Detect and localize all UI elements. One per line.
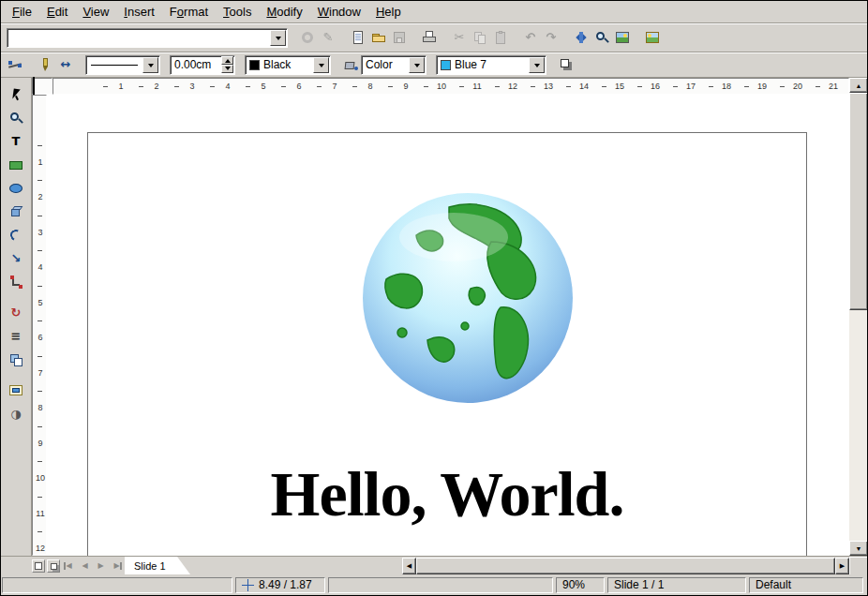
- status-position-field: 8.49 / 1.87: [235, 577, 325, 593]
- arrange-tool-button[interactable]: [6, 350, 26, 370]
- down-arrow-icon: ▼: [856, 545, 862, 552]
- menu-window[interactable]: Window: [310, 2, 368, 22]
- line-style-select[interactable]: [85, 55, 160, 75]
- text-tool-icon: T: [8, 134, 23, 149]
- line-width-spinner[interactable]: 0.00cm: [170, 55, 235, 75]
- menu-view[interactable]: View: [75, 2, 116, 22]
- scroll-up-button[interactable]: ▲: [849, 78, 868, 93]
- load-url-combo[interactable]: [7, 28, 288, 48]
- shadow-button[interactable]: [556, 54, 576, 75]
- fill-color-select[interactable]: Blue 7: [436, 55, 546, 75]
- fill-color-value[interactable]: Blue 7: [451, 58, 529, 71]
- horizontal-scrollbar[interactable]: ◀ ▶: [402, 558, 849, 574]
- menu-modify[interactable]: Modify: [259, 2, 309, 22]
- fill-style-select[interactable]: Color: [361, 55, 427, 75]
- ruler-tick: [780, 86, 785, 87]
- objects-3d-tool-button[interactable]: [6, 201, 26, 222]
- zoom-button[interactable]: [591, 27, 612, 48]
- print-button[interactable]: [419, 27, 440, 48]
- rectangle-tool-button[interactable]: [6, 155, 26, 175]
- main-toolbar: T↘↻≡◑: [1, 78, 32, 556]
- ruler-tick: [37, 531, 42, 532]
- spin-down-button[interactable]: [221, 65, 233, 73]
- open-document-button[interactable]: [368, 27, 389, 48]
- new-document-button[interactable]: [348, 27, 368, 48]
- rotate-tool-button[interactable]: ↻: [6, 303, 26, 323]
- ruler-tick: [388, 86, 393, 87]
- edit-points-button[interactable]: [5, 54, 25, 75]
- menubar: FileEditViewInsertFormatToolsModifyWindo…: [1, 1, 867, 23]
- ruler-number: 7: [35, 369, 46, 378]
- globe-image[interactable]: [360, 190, 576, 406]
- edit-file-button: ✎: [318, 27, 338, 48]
- menu-insert[interactable]: Insert: [116, 2, 162, 22]
- toolbar-gap: [25, 54, 35, 75]
- ruler-number: 1: [115, 82, 127, 91]
- select-tool-button[interactable]: [6, 84, 26, 105]
- chevron-down-icon[interactable]: [409, 57, 425, 73]
- insert-graphics-button[interactable]: [642, 27, 663, 48]
- right-arrow-icon: ▶: [840, 562, 845, 570]
- arrow-style-button[interactable]: ↔: [55, 54, 76, 75]
- chevron-down-icon[interactable]: [270, 30, 286, 46]
- drawing-canvas[interactable]: Hello, World.: [47, 95, 849, 556]
- chevron-down-icon[interactable]: [142, 57, 158, 73]
- ruler-number: 2: [151, 82, 162, 91]
- line-dialog-button[interactable]: [35, 54, 55, 75]
- previous-slide-button: ◀: [77, 558, 93, 574]
- insert-tool-button[interactable]: [6, 380, 26, 401]
- vertical-scroll-thumb[interactable]: [849, 93, 868, 310]
- vertical-ruler[interactable]: 123456789101112: [32, 95, 47, 556]
- rotate-tool-icon: ↻: [8, 305, 23, 320]
- curve-tool-button[interactable]: [6, 225, 26, 246]
- status-zoom-field[interactable]: 90%: [556, 577, 605, 593]
- cursor-position-icon: [242, 579, 254, 591]
- status-slide-field: Slide 1 / 1: [607, 577, 746, 593]
- line-width-value[interactable]: 0.00cm: [171, 58, 221, 71]
- slide-title-text[interactable]: Hello, World.: [88, 457, 806, 531]
- scroll-right-button[interactable]: ▶: [835, 558, 849, 574]
- area-dialog-button[interactable]: [340, 54, 361, 75]
- slide-page[interactable]: Hello, World.: [87, 132, 807, 556]
- ruler-corner[interactable]: [32, 78, 52, 95]
- line-color-value[interactable]: Black: [260, 58, 313, 71]
- chevron-down-icon[interactable]: [313, 57, 329, 73]
- page-view-button[interactable]: [32, 559, 45, 573]
- ruler-number: 5: [35, 299, 46, 307]
- ruler-tick: [37, 391, 42, 392]
- ruler-number: 3: [187, 82, 198, 91]
- objects-3d-tool-icon: [8, 204, 23, 219]
- horizontal-ruler[interactable]: 123456789101112131415161718192021: [52, 78, 849, 95]
- chevron-down-icon[interactable]: [529, 57, 545, 73]
- line-color-select[interactable]: Black: [245, 55, 331, 75]
- alignment-tool-button[interactable]: ≡: [6, 326, 26, 347]
- menu-edit[interactable]: Edit: [39, 2, 75, 22]
- tab-slide-1[interactable]: Slide 1: [125, 557, 190, 574]
- connector-tool-button[interactable]: [6, 272, 26, 292]
- text-tool-button[interactable]: T: [6, 131, 26, 152]
- horizontal-scroll-thumb[interactable]: [416, 558, 835, 574]
- gallery-button[interactable]: [612, 27, 633, 48]
- ellipse-tool-button[interactable]: [6, 178, 26, 199]
- layer-view-button[interactable]: [47, 559, 60, 573]
- scroll-left-button[interactable]: ◀: [402, 558, 416, 574]
- navigator-button[interactable]: [571, 27, 591, 48]
- ruler-tick: [37, 356, 42, 357]
- menu-format[interactable]: Format: [162, 2, 216, 22]
- menu-help[interactable]: Help: [368, 2, 409, 22]
- spin-up-button[interactable]: [221, 56, 233, 65]
- ruler-tick: [637, 86, 642, 87]
- lines-arrows-tool-button[interactable]: ↘: [6, 248, 26, 269]
- cursor-position-value: 8.49 / 1.87: [259, 578, 312, 591]
- menu-file[interactable]: File: [5, 2, 39, 22]
- toolbar-gap: [76, 54, 85, 75]
- effects-tool-button[interactable]: ◑: [6, 404, 26, 425]
- left-arrow-icon: ◀: [407, 562, 412, 570]
- toolbar-gap: [427, 54, 436, 75]
- fill-style-value[interactable]: Color: [362, 58, 409, 71]
- vertical-scrollbar[interactable]: ▲ ▼: [849, 78, 868, 556]
- zoom-tool-button[interactable]: [6, 108, 26, 128]
- scroll-down-button[interactable]: ▼: [849, 541, 868, 556]
- ruler-tick: [37, 180, 42, 181]
- menu-tools[interactable]: Tools: [216, 2, 259, 22]
